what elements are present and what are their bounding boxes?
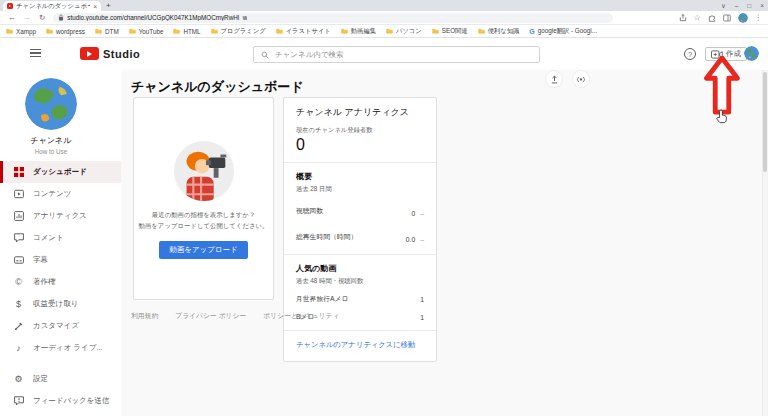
- side-panel-icon[interactable]: [723, 14, 731, 22]
- bookmark-item[interactable]: 便利な知識: [478, 27, 520, 36]
- scrollbar-thumb[interactable]: [763, 72, 767, 172]
- sidebar-item-analytics[interactable]: アナリティクス: [0, 205, 121, 227]
- channel-avatar[interactable]: [25, 78, 77, 130]
- bookmarks-bar: Xampp wordpress DTM YouTube HTML プログラミング…: [0, 25, 768, 38]
- summary-period: 過去 28 日間: [296, 185, 424, 194]
- hand-cursor-icon: [716, 109, 729, 124]
- top-videos-period: 過去 48 時間・視聴回数: [296, 277, 424, 286]
- studio-footer: 利用規約 プライバシー ポリシー ポリシーとセキュリティ: [131, 311, 340, 321]
- tab-close-icon[interactable]: ×: [93, 3, 97, 10]
- upload-video-button[interactable]: 動画をアップロード: [159, 241, 248, 259]
- bookmark-item[interactable]: パソコン: [386, 27, 422, 36]
- studio-logo[interactable]: Studio: [80, 47, 140, 60]
- feedback-icon: [13, 396, 24, 406]
- folder-icon: [129, 28, 136, 34]
- channel-analytics-card: チャンネル アナリティクス 現在のチャンネル登録者数 0 概要 過去 28 日間…: [283, 97, 437, 362]
- upload-prompt-card: 最近の動画の指標を表示しますか？ 動画をアップロードして公開してください。 動画…: [133, 97, 274, 300]
- analytics-card-title: チャンネル アナリティクス: [296, 106, 424, 119]
- sidebar-item-comments[interactable]: コメント: [0, 227, 121, 249]
- bookmark-item[interactable]: HTML: [173, 28, 200, 35]
- search-placeholder: チャンネル内で検索: [275, 50, 344, 60]
- forward-icon[interactable]: →: [24, 13, 32, 22]
- bookmark-item[interactable]: G google翻訳 - Googl...: [529, 27, 597, 36]
- share-icon[interactable]: [679, 14, 687, 22]
- browser-tab-strip: チャンネルのダッシュボード - YouTub × + ∨ – □ ×: [0, 0, 768, 11]
- sidebar-item-content[interactable]: コンテンツ: [0, 183, 121, 205]
- google-favicon: G: [529, 28, 534, 35]
- sidebar-item-subtitles[interactable]: 字幕: [0, 249, 121, 271]
- back-icon[interactable]: ←: [8, 13, 16, 22]
- subscribers-count: 0: [296, 136, 424, 154]
- maximize-icon[interactable]: □: [747, 2, 751, 9]
- address-bar[interactable]: studio.youtube.com/channel/UCGpQK047K1Mp…: [53, 13, 613, 23]
- globe-avatar-icon: [744, 46, 759, 61]
- studio-header: Studio チャンネル内で検索 ? 作成: [0, 38, 768, 70]
- bookmark-item[interactable]: プログラミング: [211, 27, 266, 36]
- footer-link-terms[interactable]: 利用規約: [131, 311, 158, 321]
- upload-video-shortcut-button[interactable]: [545, 70, 563, 88]
- annotation-arrow-up: [703, 56, 741, 116]
- browser-profile-avatar[interactable]: [738, 13, 748, 23]
- folder-icon: [432, 28, 439, 34]
- bookmark-item[interactable]: wordpress: [46, 28, 85, 35]
- tab-search-icon[interactable]: ∨: [721, 2, 726, 10]
- sidebar-item-monetization[interactable]: $ 収益受け取り: [0, 293, 121, 315]
- go-live-shortcut-button[interactable]: [572, 70, 590, 88]
- dashboard-main: チャンネルのダッシュボード: [121, 70, 768, 416]
- lock-icon: [58, 14, 64, 21]
- bookmark-item[interactable]: DTM: [95, 28, 119, 35]
- bookmark-item[interactable]: YouTube: [129, 28, 164, 35]
- folder-icon: [211, 28, 218, 34]
- vertical-scrollbar[interactable]: [762, 70, 768, 416]
- comments-icon: [13, 233, 24, 243]
- metric-value: 0: [411, 210, 415, 217]
- sidebar-item-audio-library[interactable]: ♪ オーディオ ライブ...: [0, 337, 121, 359]
- bookmark-item[interactable]: イラストサイト: [276, 27, 331, 36]
- minimize-icon[interactable]: –: [735, 2, 739, 9]
- reload-icon[interactable]: ↻: [39, 13, 45, 22]
- subtitles-icon: [13, 255, 24, 265]
- go-to-analytics-link[interactable]: チャンネルのアナリティクスに移動: [284, 331, 436, 361]
- browser-menu-icon[interactable]: ⋮: [755, 14, 763, 22]
- subscribers-label: 現在のチャンネル登録者数: [296, 126, 424, 135]
- top-video-row[interactable]: 月世界旅行Aメロ 1: [296, 294, 424, 304]
- bookmark-item[interactable]: 動画編集: [341, 27, 376, 36]
- metric-row: 視聴回数 0–: [296, 202, 424, 220]
- channel-subtitle: How to Use: [0, 148, 102, 155]
- studio-logo-text: Studio: [103, 48, 140, 60]
- channel-search-input[interactable]: チャンネル内で検索: [253, 46, 540, 63]
- monetization-icon: $: [13, 300, 24, 309]
- page-title: チャンネルのダッシュボード: [131, 78, 304, 96]
- sidebar-item-dashboard[interactable]: ダッシュボード: [0, 161, 121, 183]
- folder-icon: [276, 28, 283, 34]
- footer-link-policy[interactable]: ポリシーとセキュリティ: [263, 311, 339, 321]
- folder-icon: [341, 28, 348, 34]
- footer-link-privacy[interactable]: プライバシー ポリシー: [175, 311, 246, 321]
- settings-gear-icon: ⚙: [13, 375, 24, 384]
- globe-avatar-icon: [25, 78, 77, 130]
- globe-avatar-icon: [738, 13, 748, 23]
- browser-tab[interactable]: チャンネルのダッシュボード - YouTub ×: [3, 1, 101, 11]
- window-close-icon[interactable]: ×: [760, 2, 764, 9]
- summary-title: 概要: [296, 171, 424, 182]
- url-text: studio.youtube.com/channel/UCGpQK047K1Mp…: [67, 14, 247, 21]
- hamburger-menu-icon[interactable]: [30, 49, 41, 57]
- bookmark-star-icon[interactable]: ☆: [694, 14, 701, 22]
- tab-title: チャンネルのダッシュボード - YouTub: [16, 2, 90, 11]
- account-avatar[interactable]: [744, 46, 759, 61]
- metric-label: 総再生時間（時間）: [296, 232, 357, 242]
- sidebar-item-settings[interactable]: ⚙ 設定: [0, 368, 121, 390]
- sidebar-item-copyright[interactable]: © 著作権: [0, 271, 121, 293]
- search-icon: [261, 51, 269, 59]
- bookmark-item[interactable]: SEO関連: [432, 27, 468, 36]
- sidebar-item-customize[interactable]: カスタマイズ: [0, 315, 121, 337]
- extensions-icon[interactable]: [708, 14, 716, 22]
- new-tab-button[interactable]: +: [106, 1, 111, 10]
- folder-icon: [46, 28, 53, 34]
- bookmark-item[interactable]: Xampp: [6, 28, 36, 35]
- trend-flat-icon: –: [420, 236, 424, 243]
- folder-icon: [386, 28, 393, 34]
- sidebar-item-send-feedback[interactable]: フィードバックを送信: [0, 390, 121, 412]
- help-button[interactable]: ?: [684, 48, 696, 60]
- video-views: 1: [420, 314, 424, 321]
